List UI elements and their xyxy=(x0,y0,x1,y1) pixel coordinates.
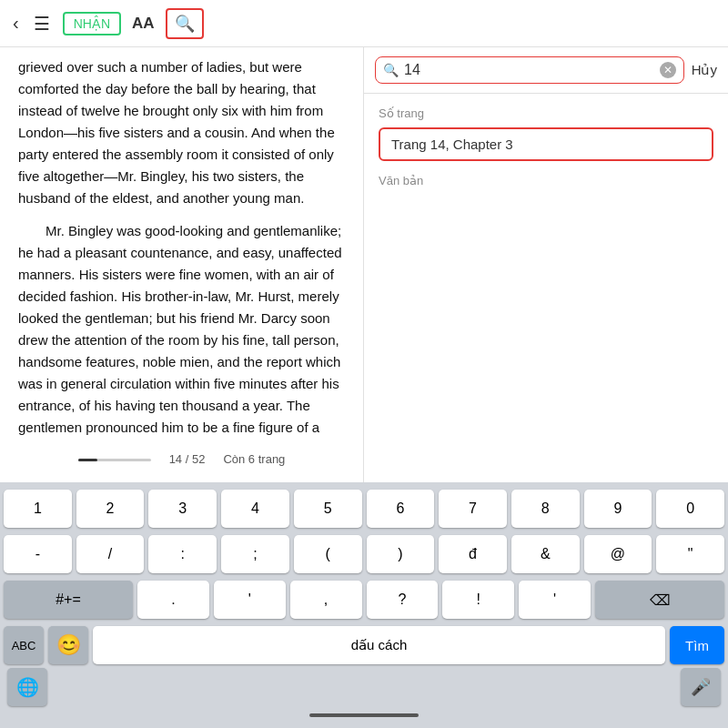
reading-text: grieved over such a number of ladies, bu… xyxy=(18,56,345,443)
key-at[interactable]: @ xyxy=(584,535,652,573)
section-label-1: Số trang xyxy=(379,106,713,120)
clear-button[interactable]: ✕ xyxy=(660,62,676,78)
search-mag-icon: 🔍 xyxy=(383,63,399,77)
pages-left: Còn 6 trang xyxy=(223,450,285,470)
key-3[interactable]: 3 xyxy=(148,490,217,528)
key-9[interactable]: 9 xyxy=(584,490,652,528)
top-bar: ‹ ☰ NHẬN AA 🔍 xyxy=(0,0,728,47)
key-search[interactable]: Tìm xyxy=(670,626,724,664)
cancel-button[interactable]: Hủy xyxy=(692,62,717,78)
key-hash-plus-equal[interactable]: #+= xyxy=(4,581,133,619)
keyboard-home-bar xyxy=(4,706,724,724)
backspace-key[interactable]: ⌫ xyxy=(595,581,724,619)
keyboard-row-symbols: - / : ; ( ) đ & @ " xyxy=(4,535,724,573)
top-bar-left: ‹ ☰ NHẬN AA 🔍 xyxy=(11,8,717,39)
aa-button[interactable]: AA xyxy=(132,15,155,33)
progress-fill xyxy=(78,459,98,461)
key-mic[interactable]: 🎤 xyxy=(681,668,721,706)
back-button[interactable]: ‹ xyxy=(11,11,21,35)
search-icon-button[interactable]: 🔍 xyxy=(166,8,204,39)
key-rparen[interactable]: ) xyxy=(367,535,435,573)
reading-footer: 14 / 52 Còn 6 trang xyxy=(18,443,345,473)
search-icon: 🔍 xyxy=(175,15,195,33)
key-colon[interactable]: : xyxy=(148,535,217,573)
key-8[interactable]: 8 xyxy=(511,490,580,528)
key-abc[interactable]: ABC xyxy=(4,626,44,664)
key-question[interactable]: ? xyxy=(367,581,439,619)
key-single-comma[interactable]: , xyxy=(290,581,362,619)
key-5[interactable]: 5 xyxy=(294,490,362,528)
keyboard-row-special: #+= . ' , ? ! ' ⌫ xyxy=(4,581,724,619)
key-period[interactable]: . xyxy=(137,581,209,619)
key-globe[interactable]: 🌐 xyxy=(7,668,47,706)
result-item-1[interactable]: Trang 14, Chapter 3 xyxy=(379,127,713,161)
key-apostrophe[interactable]: ' xyxy=(519,581,591,619)
search-panel: 🔍 ✕ Hủy Số trang Trang 14, Chapter 3 Văn… xyxy=(364,47,728,482)
key-d-stroke[interactable]: đ xyxy=(439,535,507,573)
paragraph-1: grieved over such a number of ladies, bu… xyxy=(18,56,345,209)
key-2[interactable]: 2 xyxy=(76,490,145,528)
search-input-row: 🔍 ✕ Hủy xyxy=(364,47,728,94)
key-exclaim[interactable]: ! xyxy=(442,581,514,619)
key-space[interactable]: dấu cách xyxy=(93,626,665,664)
main-content: grieved over such a number of ladies, bu… xyxy=(0,47,728,482)
key-semicolon[interactable]: ; xyxy=(221,535,289,573)
search-field-wrapper[interactable]: 🔍 ✕ xyxy=(375,56,684,84)
key-0[interactable]: 0 xyxy=(656,490,724,528)
key-4[interactable]: 4 xyxy=(221,490,289,528)
keyboard: 1 2 3 4 5 6 7 8 9 0 - / : ; ( ) đ & @ " … xyxy=(0,482,728,728)
key-slash[interactable]: / xyxy=(76,535,145,573)
paragraph-2: Mr. Bingley was good-looking and gen­tle… xyxy=(18,220,345,443)
key-6[interactable]: 6 xyxy=(367,490,435,528)
section-label-2: Văn bản xyxy=(379,174,713,187)
progress-bar xyxy=(78,459,151,461)
key-1[interactable]: 1 xyxy=(4,490,72,528)
reading-panel: grieved over such a number of ladies, bu… xyxy=(0,47,364,482)
home-indicator xyxy=(309,713,419,717)
page-info: 14 / 52 xyxy=(169,450,206,470)
key-7[interactable]: 7 xyxy=(439,490,507,528)
key-ampersand[interactable]: & xyxy=(511,535,580,573)
nhan-button[interactable]: NHẬN xyxy=(63,12,121,35)
key-dash[interactable]: - xyxy=(4,535,72,573)
key-emoji[interactable]: 😊 xyxy=(48,626,88,664)
menu-button[interactable]: ☰ xyxy=(32,11,52,36)
search-results: Số trang Trang 14, Chapter 3 Văn bản xyxy=(364,94,728,482)
key-comma[interactable]: ' xyxy=(214,581,286,619)
key-lparen[interactable]: ( xyxy=(294,535,362,573)
search-input[interactable] xyxy=(404,62,654,78)
keyboard-globe-row: 🌐 🎤 xyxy=(4,668,724,706)
keyboard-row-numbers: 1 2 3 4 5 6 7 8 9 0 xyxy=(4,490,724,528)
key-quote[interactable]: " xyxy=(656,535,724,573)
keyboard-bottom-row: ABC 😊 dấu cách Tìm xyxy=(4,626,724,664)
